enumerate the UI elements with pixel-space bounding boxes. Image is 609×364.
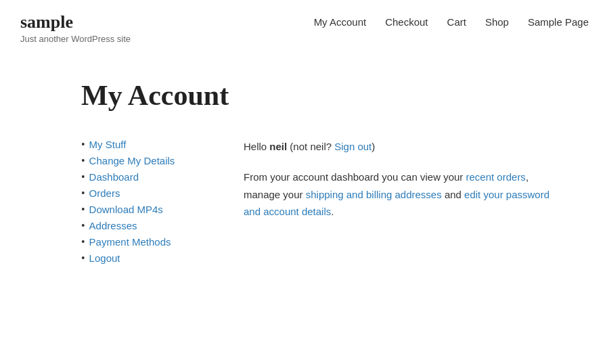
nav-my-account[interactable]: My Account [314, 16, 367, 28]
account-nav: My Stuff Change My Details Dashboard Ord… [81, 139, 203, 269]
site-header: sample Just another WordPress site My Ac… [0, 0, 609, 52]
hello-prefix: Hello [244, 141, 269, 152]
site-title: sample [20, 12, 131, 32]
dashboard-description: From your account dashboard you can view… [244, 168, 555, 221]
hello-suffix: ) [371, 141, 375, 152]
list-item: Download MP4s [81, 204, 203, 216]
sign-out-link[interactable]: Sign out [334, 141, 371, 152]
nav-logout[interactable]: Logout [89, 252, 120, 264]
nav-shop[interactable]: Shop [485, 16, 509, 28]
list-item: Change My Details [81, 155, 203, 167]
recent-orders-link[interactable]: recent orders [466, 171, 526, 183]
nav-addresses[interactable]: Addresses [89, 220, 137, 231]
account-content: Hello neil (not neil? Sign out) From you… [244, 139, 555, 221]
nav-payment-methods[interactable]: Payment Methods [89, 236, 171, 248]
shipping-billing-link[interactable]: shipping and billing addresses [306, 189, 442, 200]
hello-username: neil [269, 141, 287, 152]
nav-orders[interactable]: Orders [89, 187, 120, 199]
dashboard-suffix: . [331, 206, 334, 217]
nav-checkout[interactable]: Checkout [385, 16, 428, 28]
nav-dashboard[interactable]: Dashboard [89, 171, 139, 183]
account-nav-list: My Stuff Change My Details Dashboard Ord… [81, 139, 203, 265]
site-tagline: Just another WordPress site [20, 34, 131, 44]
dashboard-prefix: From your account dashboard you can view… [244, 171, 466, 183]
main-content: My Account My Stuff Change My Details Da… [0, 52, 609, 296]
hello-text: Hello neil (not neil? Sign out) [244, 139, 555, 155]
nav-change-my-details[interactable]: Change My Details [89, 155, 175, 166]
account-layout: My Stuff Change My Details Dashboard Ord… [81, 139, 555, 269]
nav-download-mp4s[interactable]: Download MP4s [89, 204, 163, 215]
list-item: Addresses [81, 220, 203, 232]
dashboard-and: and [442, 189, 464, 200]
list-item: My Stuff [81, 139, 203, 151]
site-nav: My Account Checkout Cart Shop Sample Pag… [314, 12, 589, 28]
list-item: Logout [81, 252, 203, 265]
nav-my-stuff[interactable]: My Stuff [89, 139, 127, 150]
site-branding: sample Just another WordPress site [20, 12, 131, 44]
list-item: Payment Methods [81, 236, 203, 248]
page-title: My Account [81, 79, 555, 112]
list-item: Orders [81, 187, 203, 200]
hello-middle: (not neil? [287, 141, 334, 152]
list-item: Dashboard [81, 171, 203, 183]
nav-sample-page[interactable]: Sample Page [528, 16, 589, 28]
nav-cart[interactable]: Cart [447, 16, 466, 28]
